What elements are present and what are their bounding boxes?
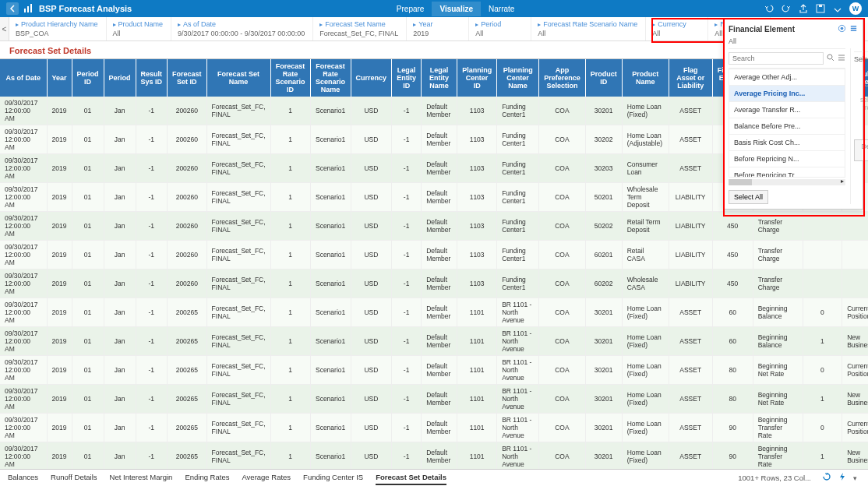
table-cell: USD (351, 241, 392, 269)
table-cell: 1 (803, 385, 842, 414)
scroll-right-icon[interactable]: ▸ (841, 178, 844, 185)
dropdown-option[interactable]: Average Other Adj... (729, 69, 845, 86)
dropdown-option-list[interactable]: Average Other Adj...Average Pricing Inc.… (729, 69, 845, 178)
column-header[interactable]: Period (104, 59, 136, 97)
table-cell: 1101 (457, 442, 497, 471)
refresh-icon[interactable] (822, 472, 831, 484)
undo-icon[interactable] (764, 3, 774, 14)
table-cell: Wholesale Term Deposit (622, 183, 669, 212)
column-header[interactable]: As of Date (0, 59, 47, 97)
column-header[interactable]: Legal Entity Name (422, 59, 457, 97)
column-header[interactable]: Forecast Set Name (206, 59, 270, 97)
table-row[interactable]: 09/30/2017 12:00:00 AM201901Jan-1200260F… (0, 269, 868, 298)
dropdown-option[interactable]: Average Pricing Inc... (729, 86, 845, 102)
footer-tab[interactable]: Net Interest Margin (110, 470, 173, 485)
table-cell: 09/30/2017 12:00:00 AM (0, 298, 47, 327)
table-cell: 2019 (47, 269, 72, 298)
table-cell: 200265 (168, 442, 207, 471)
dropdown-option[interactable]: Balance Before Pre... (729, 118, 845, 135)
filter-item[interactable]: Forecast Set Name Forecast_Set_FC, FINAL (313, 17, 407, 40)
dropdown-search-input[interactable] (729, 52, 824, 65)
footer-dropdown-icon[interactable]: ▾ (853, 474, 857, 482)
more-icon[interactable] (832, 3, 843, 14)
table-cell (803, 269, 842, 298)
table-row[interactable]: 09/30/2017 12:00:00 AM201901Jan-1200265F… (0, 327, 868, 356)
dropdown-info-icon[interactable] (838, 24, 846, 34)
table-cell: 2019 (47, 356, 72, 385)
dropdown-option[interactable]: Basis Risk Cost Ch... (729, 135, 845, 151)
tab-prepare[interactable]: Prepare (389, 2, 432, 16)
footer-tab[interactable]: Balances (8, 470, 38, 485)
tab-visualize[interactable]: Visualize (432, 2, 481, 16)
footer-tab[interactable]: Runoff Details (51, 470, 97, 485)
column-header[interactable]: Legal Entity ID (392, 59, 422, 97)
column-header[interactable]: Year (47, 59, 72, 97)
footer-tab[interactable]: Ending Rates (185, 470, 229, 485)
table-cell: 1 (270, 414, 310, 442)
redo-icon[interactable] (781, 3, 792, 14)
share-icon[interactable] (798, 3, 809, 14)
footer-tab[interactable]: Average Rates (242, 470, 291, 485)
table-row[interactable]: 09/30/2017 12:00:00 AM201901Jan-1200260F… (0, 241, 868, 269)
dropdown-option[interactable]: Before Repricing N... (729, 151, 845, 167)
table-row[interactable]: 09/30/2017 12:00:00 AM201901Jan-1200265F… (0, 442, 868, 471)
column-header[interactable]: Flag Asset or Liability (669, 59, 712, 97)
search-icon[interactable] (827, 54, 834, 63)
table-cell: 09/30/2017 12:00:00 AM (0, 327, 47, 356)
save-icon[interactable] (815, 3, 826, 14)
table-cell: Scenario1 (310, 327, 351, 356)
table-cell: Forecast_Set_FC, FINAL (206, 414, 270, 442)
search-menu-icon[interactable] (838, 54, 845, 63)
column-header[interactable]: Planning Center Name (497, 59, 539, 97)
table-cell: Current Position (842, 298, 868, 327)
filter-item[interactable]: As of Date 9/30/2017 00:00:00 - 9/30/201… (171, 17, 313, 40)
footer-tab[interactable]: Forecast Set Details (376, 470, 446, 485)
table-cell: 1 (270, 298, 310, 327)
table-cell: -1 (136, 298, 168, 327)
filter-item[interactable]: Year 2019 (407, 17, 469, 40)
scrollbar-thumb[interactable] (729, 179, 752, 185)
column-header[interactable]: Forecast Set ID (168, 59, 207, 97)
deselect-all-button[interactable]: Deselect All (854, 139, 868, 161)
footer-tab[interactable]: Funding Center IS (303, 470, 363, 485)
user-avatar[interactable]: W (849, 2, 862, 15)
table-cell: -1 (392, 414, 422, 442)
table-row[interactable]: 09/30/2017 12:00:00 AM201901Jan-1200265F… (0, 385, 868, 414)
lightning-icon[interactable] (838, 472, 847, 484)
table-cell: 2019 (47, 212, 72, 241)
table-cell: Funding Center1 (497, 97, 539, 125)
filter-value: All (538, 30, 637, 37)
table-row[interactable]: 09/30/2017 12:00:00 AM201901Jan-1200260F… (0, 212, 868, 241)
column-header[interactable]: Product Name (622, 59, 669, 97)
dropdown-option[interactable]: Average Transfer R... (729, 102, 845, 118)
filter-item[interactable]: Forecast Rate Scenario Name All (531, 17, 646, 40)
filter-item[interactable]: Product Hierarchy Name BSP_COA (9, 17, 107, 40)
table-cell: 0 (803, 414, 842, 442)
filter-item[interactable]: Period All (469, 17, 531, 40)
select-all-button[interactable]: Select All (729, 190, 768, 204)
tab-narrate[interactable]: Narrate (481, 2, 522, 16)
filter-item[interactable]: Product Name All (107, 17, 172, 40)
table-cell: 200260 (168, 97, 207, 125)
table-row[interactable]: 09/30/2017 12:00:00 AM201901Jan-1200265F… (0, 298, 868, 327)
dropdown-option[interactable]: Before Repricing Tr... (729, 167, 845, 178)
table-cell: New Business (842, 327, 868, 356)
table-cell: Scenario1 (310, 385, 351, 414)
table-cell: USD (351, 183, 392, 212)
expand-filters-handle[interactable]: < (0, 17, 9, 40)
column-header[interactable]: Forecast Rate Scenario ID (270, 59, 310, 97)
table-row[interactable]: 09/30/2017 12:00:00 AM201901Jan-1200265F… (0, 356, 868, 385)
table-row[interactable]: 09/30/2017 12:00:00 AM201901Jan-1200265F… (0, 414, 868, 442)
table-cell: COA (539, 154, 586, 183)
column-header[interactable]: Planning Center ID (457, 59, 497, 97)
back-button[interactable] (6, 2, 19, 15)
column-header[interactable]: Period ID (72, 59, 104, 97)
dropdown-menu-icon[interactable] (849, 24, 858, 34)
column-header[interactable]: App Preference Selection (539, 59, 586, 97)
table-cell: 0 (803, 298, 842, 327)
column-header[interactable]: Result Sys ID (136, 59, 168, 97)
column-header[interactable]: Product ID (585, 59, 622, 97)
column-header[interactable]: Currency (351, 59, 392, 97)
filter-item[interactable]: Currency All (646, 17, 708, 40)
column-header[interactable]: Forecast Rate Scenario Name (310, 59, 351, 97)
